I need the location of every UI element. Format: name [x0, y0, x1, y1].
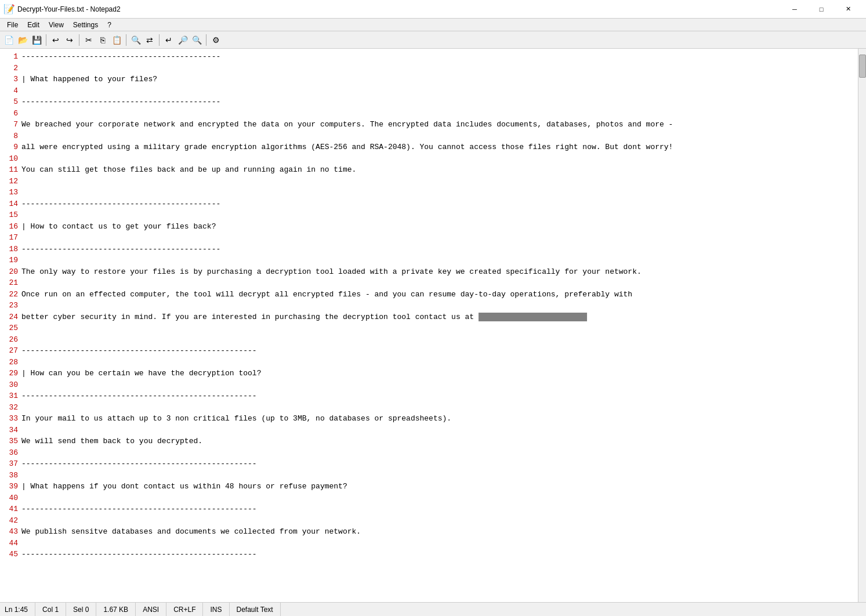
- text-line: ----------------------------------------…: [21, 549, 856, 560]
- text-line: [21, 255, 856, 266]
- line-number: 18: [2, 244, 18, 255]
- line-number: 42: [2, 515, 18, 527]
- app-icon: 📝: [5, 5, 14, 14]
- text-line: [21, 425, 856, 436]
- line-number: 30: [2, 379, 18, 391]
- line-number: 27: [2, 345, 18, 357]
- toolbar-sep-3: [126, 34, 126, 46]
- zoom-in-button[interactable]: 🔎: [176, 34, 189, 46]
- find-button[interactable]: 🔍: [129, 34, 142, 46]
- line-number: 43: [2, 526, 18, 538]
- line-number: 5: [2, 96, 18, 108]
- text-line: [21, 447, 856, 459]
- redo-button[interactable]: ↪: [63, 34, 76, 46]
- text-line: [21, 402, 856, 414]
- line-number: 37: [2, 458, 18, 470]
- line-number: 44: [2, 538, 18, 549]
- vertical-scrollbar[interactable]: [858, 49, 866, 602]
- menu-file[interactable]: File: [2, 19, 23, 31]
- text-line: [21, 63, 856, 74]
- line-number: 34: [2, 425, 18, 436]
- line-number: 20: [2, 266, 18, 278]
- line-number: 25: [2, 323, 18, 334]
- line-number: 38: [2, 470, 18, 481]
- open-button[interactable]: 📂: [16, 34, 29, 46]
- line-number: 29: [2, 368, 18, 379]
- status-eol: CR+LF: [166, 603, 203, 616]
- line-number: 17: [2, 232, 18, 244]
- text-line: ----------------------------------------…: [21, 345, 856, 357]
- line-number: 6: [2, 108, 18, 119]
- line-number: 23: [2, 300, 18, 311]
- editor: 1234567891011121314151617181920212223242…: [0, 49, 866, 602]
- menu-edit[interactable]: Edit: [23, 19, 44, 31]
- copy-button[interactable]: ⎘: [96, 34, 109, 46]
- toolbar-sep-1: [46, 34, 46, 46]
- line-number: 24: [2, 311, 18, 323]
- line-number: 22: [2, 289, 18, 300]
- toolbar-sep-4: [159, 34, 160, 46]
- text-line: [21, 538, 856, 549]
- text-line: [21, 515, 856, 527]
- line-number: 32: [2, 402, 18, 414]
- close-button[interactable]: ✕: [835, 0, 861, 19]
- undo-button[interactable]: ↩: [49, 34, 62, 46]
- line-number: 39: [2, 481, 18, 492]
- line-number: 4: [2, 85, 18, 97]
- menu-help[interactable]: ?: [103, 19, 116, 31]
- text-line: The only way to restore your files is by…: [21, 266, 856, 278]
- text-line: ----------------------------------------…: [21, 458, 856, 470]
- text-line: ----------------------------------------…: [21, 51, 856, 63]
- line-number: 40: [2, 492, 18, 504]
- text-line: [21, 492, 856, 504]
- text-line: ----------------------------------------…: [21, 96, 856, 108]
- text-line: | What happens if you dont contact us wi…: [21, 481, 856, 492]
- window-controls: ─ □ ✕: [781, 0, 861, 19]
- text-line: ----------------------------------------…: [21, 198, 856, 210]
- text-line: | What happened to your files?: [21, 74, 856, 85]
- line-number: 36: [2, 447, 18, 459]
- text-line: We publish sensitve databases and docume…: [21, 526, 856, 538]
- text-line: In your mail to us attach up to 3 non cr…: [21, 413, 856, 425]
- statusbar: Ln 1:45 Col 1 Sel 0 1.67 KB ANSI CR+LF I…: [0, 602, 866, 616]
- text-line: all were encrypted using a military grad…: [21, 142, 856, 153]
- text-line: [21, 187, 856, 198]
- line-number: 41: [2, 503, 18, 515]
- status-sel: Sel 0: [66, 603, 96, 616]
- new-button[interactable]: 📄: [2, 34, 15, 46]
- extra-button[interactable]: ⚙: [209, 34, 222, 46]
- minimize-button[interactable]: ─: [781, 0, 808, 19]
- text-line: ----------------------------------------…: [21, 503, 856, 515]
- line-number: 35: [2, 436, 18, 447]
- toolbar-sep-5: [206, 34, 206, 46]
- cut-button[interactable]: ✂: [82, 34, 95, 46]
- titlebar: 📝 Decrypt-Your-Files.txt - Notepad2 ─ □ …: [0, 0, 866, 19]
- replace-button[interactable]: ⇄: [143, 34, 156, 46]
- status-col: Col 1: [35, 603, 66, 616]
- window-title: Decrypt-Your-Files.txt - Notepad2: [17, 5, 781, 13]
- maximize-button[interactable]: □: [808, 0, 835, 19]
- line-number: 12: [2, 176, 18, 187]
- menubar: File Edit View Settings ?: [0, 19, 866, 31]
- status-ins: INS: [203, 603, 229, 616]
- text-line: [21, 334, 856, 346]
- line-number: 19: [2, 255, 18, 266]
- text-line: | How can you be certain we have the dec…: [21, 368, 856, 379]
- wordwrap-button[interactable]: ↵: [162, 34, 175, 46]
- line-number: 2: [2, 63, 18, 74]
- paste-button[interactable]: 📋: [110, 34, 123, 46]
- line-number: 45: [2, 549, 18, 560]
- line-number: 8: [2, 131, 18, 142]
- line-number: 26: [2, 334, 18, 346]
- text-line: ----------------------------------------…: [21, 390, 856, 402]
- line-number: 10: [2, 153, 18, 165]
- menu-view[interactable]: View: [44, 19, 68, 31]
- menu-settings[interactable]: Settings: [68, 19, 103, 31]
- text-content[interactable]: ----------------------------------------…: [20, 49, 858, 602]
- save-button[interactable]: 💾: [30, 34, 43, 46]
- line-number: 15: [2, 209, 18, 221]
- zoom-out-button[interactable]: 🔍: [190, 34, 203, 46]
- redacted-text: ████████████████████████: [479, 313, 587, 321]
- line-number: 1: [2, 51, 18, 63]
- scrollbar-thumb[interactable]: [859, 55, 866, 78]
